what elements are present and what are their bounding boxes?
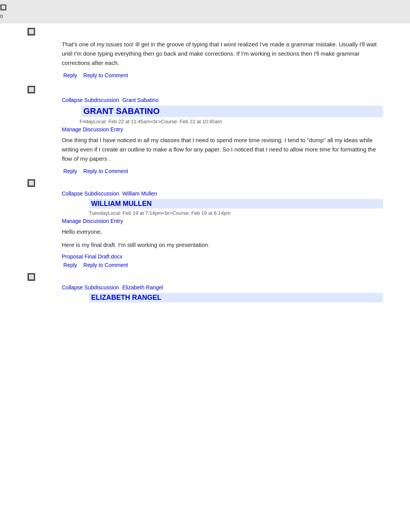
elizabeth-name-wrapper: ELIZABETH RANGEL: [89, 293, 383, 303]
reply-button[interactable]: Reply: [62, 71, 79, 79]
divider-icon-1: 🔲: [27, 85, 383, 94]
william-content-line2: Here is my final draft. I'm still workin…: [62, 240, 383, 250]
william-reply-comment-button[interactable]: Reply to Comment: [82, 261, 130, 269]
william-content-line1: Hello everyone,: [62, 227, 383, 236]
section-icon-top: 🔲: [27, 27, 383, 36]
expand-icon[interactable]: 🔲: [27, 27, 383, 36]
top-bar-icon-1: 🔲: [0, 3, 410, 12]
grant-name-wrapper: GRANT SABATINO: [81, 105, 383, 117]
top-bar-icon-2: o: [0, 12, 410, 20]
divider-icon-3: 🔲: [27, 273, 383, 281]
divider-icon-2: 🔲: [27, 179, 383, 187]
grant-reply-comment-button[interactable]: Reply to Comment: [82, 167, 130, 175]
grant-collapse-link[interactable]: Collapse Subdiscussion: [62, 97, 119, 103]
elizabeth-author-link[interactable]: Elizabeth Rangel: [122, 284, 163, 291]
grant-author-name[interactable]: GRANT SABATINO: [81, 105, 383, 117]
william-author-name[interactable]: WILLIAM MULLEN: [89, 199, 383, 209]
grant-timestamp: FridayLocal: Feb 22 at 11:45am<br>Course…: [80, 119, 383, 124]
reply-actions: Reply Reply to Comment: [62, 71, 383, 79]
william-actions: Reply Reply to Comment: [62, 261, 383, 269]
william-manage-link[interactable]: Manage Discussion Entry: [62, 218, 123, 224]
elizabeth-entry-block: Collapse Subdiscussion Elizabeth Rangel …: [62, 284, 383, 303]
discussion-section: 🔲 That's one of my issues too! Ill get i…: [0, 27, 410, 303]
page-wrapper: 🔲 o 🔲 That's one of my issues too! Ill g…: [0, 0, 410, 303]
elizabeth-collapse-row: Collapse Subdiscussion Elizabeth Rangel: [62, 284, 383, 291]
grant-reply-button[interactable]: Reply: [62, 167, 79, 175]
william-collapse-row: Collapse Subdiscussion William Mullen: [62, 190, 383, 197]
william-name-wrapper: WILLIAM MULLEN: [89, 199, 383, 209]
reply-to-comment-button[interactable]: Reply to Comment: [82, 71, 130, 79]
william-attachment[interactable]: Proposal Final Draft.docx: [62, 253, 383, 260]
grant-collapse-row: Collapse Subdiscussion Grant Sabatino: [62, 97, 383, 103]
top-bar: 🔲 o: [0, 0, 410, 24]
reply-text: That's one of my issues too! Ill get in …: [62, 40, 383, 68]
grant-content: One thing that I have noticed in all my …: [62, 136, 383, 163]
william-timestamp: TuesdayLocal: Feb 19 at 7:14pm<br>Course…: [89, 210, 383, 216]
grant-author-link[interactable]: Grant Sabatino: [122, 97, 159, 103]
elizabeth-collapse-link[interactable]: Collapse Subdiscussion: [62, 284, 119, 291]
william-author-link[interactable]: William Mullen: [122, 190, 157, 197]
william-reply-button[interactable]: Reply: [62, 261, 79, 269]
grant-entry-block: Collapse Subdiscussion Grant Sabatino GR…: [62, 97, 383, 175]
reply-content-block: That's one of my issues too! Ill get in …: [62, 40, 383, 79]
grant-actions: Reply Reply to Comment: [62, 167, 383, 175]
william-entry-block: Collapse Subdiscussion William Mullen WI…: [62, 190, 383, 269]
elizabeth-author-name[interactable]: ELIZABETH RANGEL: [89, 293, 383, 303]
grant-manage-link[interactable]: Manage Discussion Entry: [62, 126, 123, 133]
william-collapse-link[interactable]: Collapse Subdiscussion: [62, 190, 119, 197]
